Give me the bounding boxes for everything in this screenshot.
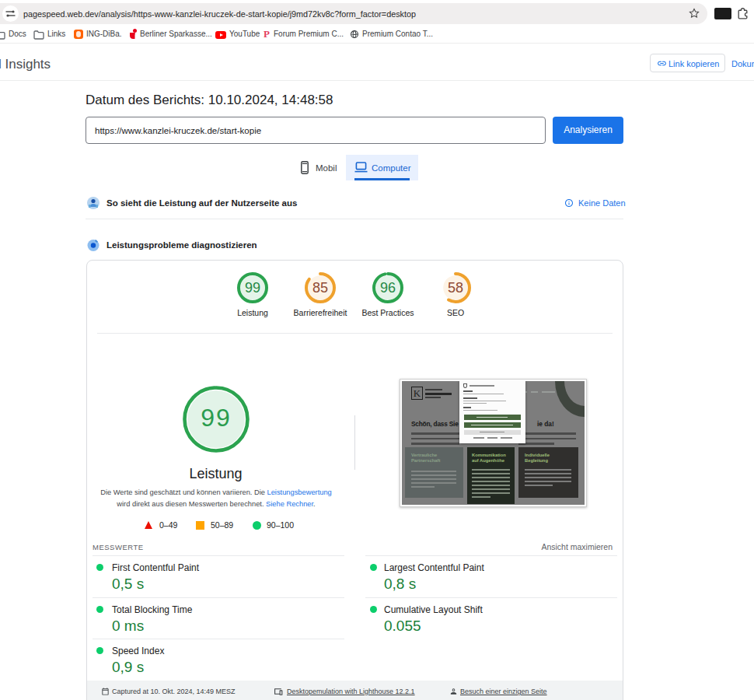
svg-text:96: 96 [380,280,396,296]
svg-text:58: 58 [448,280,463,296]
svg-text:99: 99 [245,280,260,296]
svg-text:85: 85 [312,280,328,296]
svg-text:99: 99 [201,404,232,432]
